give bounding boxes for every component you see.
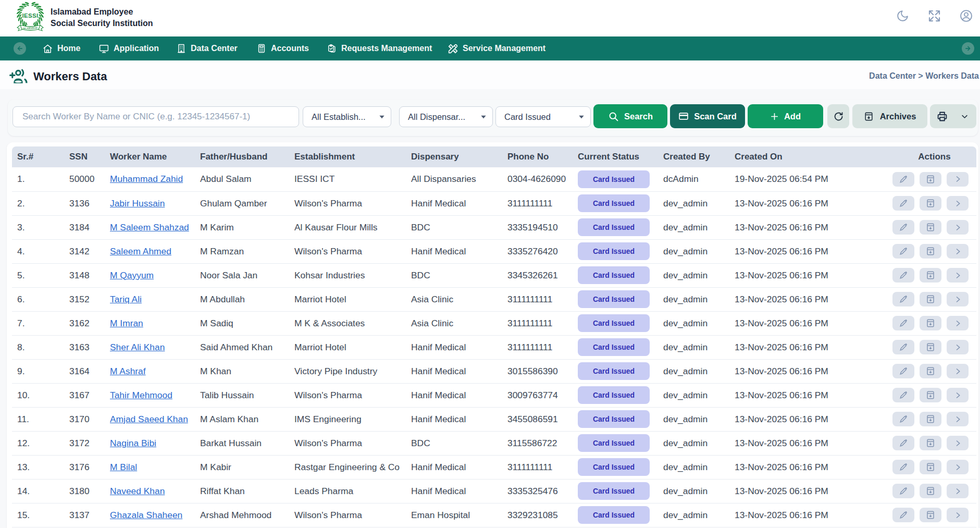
svg-text:ISLAMABAD: ISLAMABAD [23,27,38,30]
svg-text:IESSI: IESSI [22,13,39,19]
